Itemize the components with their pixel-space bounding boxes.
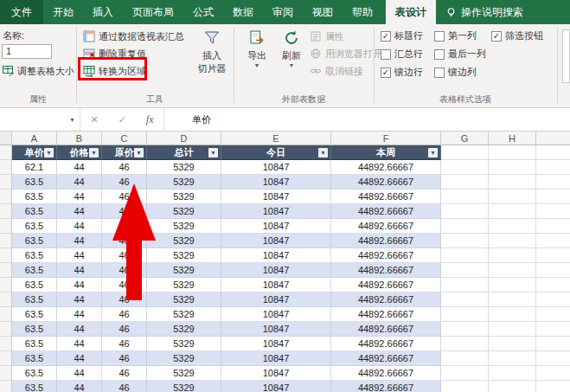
column-header-G[interactable]: G [441, 132, 489, 145]
cell[interactable] [489, 263, 536, 278]
cell[interactable]: 63.5 [12, 307, 57, 322]
cell[interactable]: 44 [57, 190, 102, 204]
export-button[interactable]: 导出 ▼ [240, 29, 273, 68]
row-header[interactable] [0, 381, 12, 392]
cell[interactable]: 44892.66667 [331, 366, 441, 381]
tab-3[interactable]: 页面布局 [123, 0, 183, 24]
cell[interactable]: 10847 [221, 337, 331, 351]
cell[interactable]: 5329 [147, 160, 221, 175]
checkbox-unchecked-icon[interactable] [434, 67, 445, 78]
cell[interactable]: 10847 [221, 219, 331, 234]
cell[interactable] [441, 322, 489, 337]
cell[interactable]: 10847 [221, 248, 331, 263]
filter-dropdown-icon[interactable]: ▼ [134, 148, 144, 157]
cell[interactable]: 46 [102, 160, 147, 175]
cell[interactable] [441, 145, 489, 160]
cell[interactable]: 63.5 [12, 381, 57, 392]
cell[interactable]: 44 [57, 263, 102, 278]
cell[interactable] [441, 366, 489, 381]
cell[interactable]: 10847 [221, 190, 331, 204]
row-header[interactable] [0, 278, 12, 292]
cell[interactable] [489, 160, 536, 175]
tab-6[interactable]: 审阅 [263, 0, 303, 24]
refresh-button[interactable]: 刷新 ▼ [275, 29, 308, 68]
cell[interactable]: 63.5 [12, 278, 57, 292]
cell[interactable]: 63.5 [12, 219, 57, 234]
cell[interactable] [489, 219, 536, 234]
table-header-1[interactable]: 单价▼ [12, 145, 57, 160]
cell[interactable]: 44 [57, 366, 102, 381]
cell[interactable]: 63.5 [12, 263, 57, 278]
row-header[interactable] [0, 307, 12, 322]
cell[interactable] [441, 204, 489, 219]
cell[interactable]: 44 [57, 307, 102, 322]
cell[interactable]: 44 [57, 175, 102, 190]
filter-dropdown-icon[interactable]: ▼ [428, 148, 438, 157]
cell[interactable]: 44 [57, 204, 102, 219]
cell[interactable] [441, 219, 489, 234]
name-box-dropdown-icon[interactable]: ▼ [69, 117, 75, 123]
cell[interactable]: 44 [57, 160, 102, 175]
cell[interactable]: 44892.66667 [331, 190, 441, 204]
cell[interactable]: 10847 [221, 322, 331, 337]
row-header[interactable] [0, 219, 12, 234]
enter-icon[interactable]: ✓ [118, 114, 126, 125]
cell[interactable] [489, 248, 536, 263]
cell[interactable] [441, 351, 489, 366]
formula-input[interactable]: 单价 [164, 108, 570, 131]
table-header-4[interactable]: 总计▼ [147, 145, 221, 160]
cell[interactable]: 44 [57, 234, 102, 248]
column-header-H[interactable]: H [489, 132, 536, 145]
cell[interactable] [489, 351, 536, 366]
style-option-2[interactable]: 汇总行 [381, 48, 423, 61]
cell[interactable]: 44892.66667 [331, 322, 441, 337]
column-header-C[interactable]: C [102, 132, 147, 145]
checkbox-unchecked-icon[interactable] [381, 49, 391, 60]
cell[interactable] [441, 234, 489, 248]
cell[interactable] [441, 263, 489, 278]
column-header-A[interactable]: A [12, 132, 57, 145]
row-header[interactable] [0, 160, 12, 175]
cell[interactable]: 10847 [221, 366, 331, 381]
cell[interactable] [489, 190, 536, 204]
cell[interactable]: 5329 [147, 351, 221, 366]
filter-dropdown-icon[interactable]: ▼ [89, 148, 99, 157]
tab-file[interactable]: 文件 [0, 0, 43, 24]
cancel-icon[interactable]: ✕ [90, 114, 98, 125]
row-header[interactable] [0, 190, 12, 204]
cell[interactable]: 44 [57, 351, 102, 366]
column-header-D[interactable]: D [147, 132, 221, 145]
cell[interactable]: 5329 [147, 381, 221, 392]
cell[interactable]: 44892.66667 [331, 381, 441, 392]
cell[interactable]: 44892.66667 [331, 175, 441, 190]
cell[interactable]: 63.5 [12, 337, 57, 351]
cell[interactable] [441, 175, 489, 190]
cell[interactable] [489, 337, 536, 351]
column-header-F[interactable]: F [331, 132, 441, 145]
filter-dropdown-icon[interactable]: ▼ [44, 148, 54, 157]
select-all-corner[interactable] [0, 132, 12, 145]
checkbox-checked-icon[interactable]: ✓ [491, 31, 502, 42]
cell[interactable] [489, 145, 536, 160]
tab-4[interactable]: 公式 [183, 0, 223, 24]
cell[interactable]: 63.5 [12, 175, 57, 190]
table-header-6[interactable]: 本周▼ [331, 145, 441, 160]
table-header-3[interactable]: 原价▼ [102, 145, 147, 160]
tab-table-design[interactable]: 表设计 [386, 0, 436, 24]
cell[interactable] [441, 307, 489, 322]
style-option-4[interactable]: 第一列 [434, 29, 477, 42]
cell[interactable]: 46 [102, 322, 147, 337]
column-header-E[interactable]: E [221, 132, 331, 145]
cell[interactable]: 10847 [221, 234, 331, 248]
cell[interactable]: 10847 [221, 278, 331, 292]
cell[interactable]: 63.5 [12, 366, 57, 381]
column-header-B[interactable]: B [57, 132, 102, 145]
cell[interactable]: 63.5 [12, 351, 57, 366]
row-header[interactable] [0, 337, 12, 351]
row-header[interactable] [0, 175, 12, 190]
cell[interactable]: 62.1 [12, 160, 57, 175]
cell[interactable]: 10847 [221, 307, 331, 322]
cell[interactable]: 63.5 [12, 248, 57, 263]
cell[interactable]: 44892.66667 [331, 234, 441, 248]
style-option-7[interactable]: ✓筛选按钮 [491, 29, 543, 42]
